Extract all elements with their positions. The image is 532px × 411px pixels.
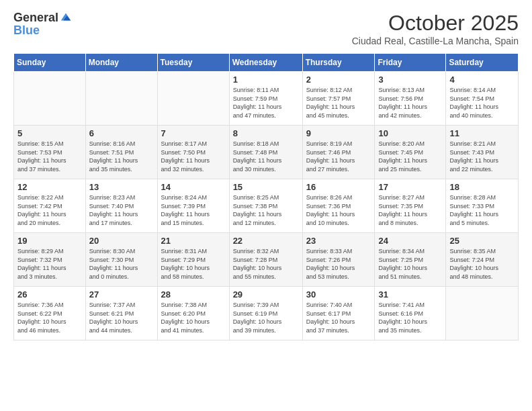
calendar-cell: 3Sunrise: 8:13 AM Sunset: 7:56 PM Daylig… xyxy=(375,72,446,126)
day-number: 31 xyxy=(378,289,442,300)
day-number: 21 xyxy=(161,236,226,246)
day-number: 30 xyxy=(306,289,371,300)
day-number: 24 xyxy=(378,236,442,246)
calendar-cell: 16Sunrise: 8:26 AM Sunset: 7:36 PM Dayli… xyxy=(302,179,375,233)
day-info: Sunrise: 8:29 AM Sunset: 7:32 PM Dayligh… xyxy=(17,247,82,281)
col-wednesday: Wednesday xyxy=(229,54,302,72)
day-number: 26 xyxy=(17,289,82,300)
calendar-cell: 20Sunrise: 8:30 AM Sunset: 7:30 PM Dayli… xyxy=(85,233,157,287)
day-number: 15 xyxy=(233,182,299,192)
header: General Blue October 2025 Ciudad Real, C… xyxy=(13,11,519,46)
day-info: Sunrise: 8:11 AM Sunset: 7:59 PM Dayligh… xyxy=(233,86,299,120)
day-info: Sunrise: 8:15 AM Sunset: 7:53 PM Dayligh… xyxy=(17,140,82,173)
calendar-week-row: 26Sunrise: 7:36 AM Sunset: 6:22 PM Dayli… xyxy=(14,287,519,340)
day-number: 7 xyxy=(161,128,226,138)
day-number: 23 xyxy=(306,236,371,246)
calendar-cell: 14Sunrise: 8:24 AM Sunset: 7:39 PM Dayli… xyxy=(157,179,229,233)
logo-blue-text: Blue xyxy=(13,24,40,36)
calendar-cell xyxy=(157,72,229,126)
day-info: Sunrise: 8:24 AM Sunset: 7:39 PM Dayligh… xyxy=(161,193,226,227)
logo-icon xyxy=(60,11,72,23)
day-number: 3 xyxy=(378,75,442,85)
col-tuesday: Tuesday xyxy=(157,54,229,72)
calendar-cell: 26Sunrise: 7:36 AM Sunset: 6:22 PM Dayli… xyxy=(14,287,86,340)
calendar-cell xyxy=(85,72,157,126)
month-title: October 2025 xyxy=(352,11,519,36)
title-block: October 2025 Ciudad Real, Castille-La Ma… xyxy=(352,11,519,46)
calendar-cell: 17Sunrise: 8:27 AM Sunset: 7:35 PM Dayli… xyxy=(375,179,446,233)
logo-general-text: General xyxy=(13,11,58,24)
day-info: Sunrise: 8:12 AM Sunset: 7:57 PM Dayligh… xyxy=(306,86,371,120)
day-info: Sunrise: 8:35 AM Sunset: 7:24 PM Dayligh… xyxy=(449,247,515,281)
calendar-week-row: 1Sunrise: 8:11 AM Sunset: 7:59 PM Daylig… xyxy=(14,72,519,126)
day-number: 19 xyxy=(17,236,82,246)
calendar-cell xyxy=(446,287,519,340)
calendar-header-row: Sunday Monday Tuesday Wednesday Thursday… xyxy=(14,54,519,72)
calendar: Sunday Monday Tuesday Wednesday Thursday… xyxy=(13,53,519,340)
calendar-cell: 28Sunrise: 7:38 AM Sunset: 6:20 PM Dayli… xyxy=(157,287,229,340)
day-number: 28 xyxy=(161,289,226,300)
day-info: Sunrise: 8:33 AM Sunset: 7:26 PM Dayligh… xyxy=(306,247,371,281)
day-number: 9 xyxy=(306,128,371,138)
calendar-cell: 11Sunrise: 8:21 AM Sunset: 7:43 PM Dayli… xyxy=(446,126,519,179)
day-number: 25 xyxy=(449,236,515,246)
day-number: 14 xyxy=(161,182,226,192)
day-info: Sunrise: 8:17 AM Sunset: 7:50 PM Dayligh… xyxy=(161,140,226,173)
day-info: Sunrise: 8:13 AM Sunset: 7:56 PM Dayligh… xyxy=(378,86,442,120)
col-friday: Friday xyxy=(375,54,446,72)
day-info: Sunrise: 8:34 AM Sunset: 7:25 PM Dayligh… xyxy=(378,247,442,281)
day-number: 11 xyxy=(449,128,515,138)
calendar-cell: 22Sunrise: 8:32 AM Sunset: 7:28 PM Dayli… xyxy=(229,233,302,287)
day-info: Sunrise: 8:27 AM Sunset: 7:35 PM Dayligh… xyxy=(378,193,442,227)
calendar-week-row: 19Sunrise: 8:29 AM Sunset: 7:32 PM Dayli… xyxy=(14,233,519,287)
day-info: Sunrise: 8:22 AM Sunset: 7:42 PM Dayligh… xyxy=(17,193,82,227)
calendar-week-row: 5Sunrise: 8:15 AM Sunset: 7:53 PM Daylig… xyxy=(14,126,519,179)
day-info: Sunrise: 8:16 AM Sunset: 7:51 PM Dayligh… xyxy=(89,140,154,173)
calendar-cell: 29Sunrise: 7:39 AM Sunset: 6:19 PM Dayli… xyxy=(229,287,302,340)
day-info: Sunrise: 8:26 AM Sunset: 7:36 PM Dayligh… xyxy=(306,193,371,227)
calendar-cell: 23Sunrise: 8:33 AM Sunset: 7:26 PM Dayli… xyxy=(302,233,375,287)
day-number: 4 xyxy=(449,75,515,85)
day-info: Sunrise: 8:30 AM Sunset: 7:30 PM Dayligh… xyxy=(89,247,154,281)
calendar-cell: 18Sunrise: 8:28 AM Sunset: 7:33 PM Dayli… xyxy=(446,179,519,233)
day-number: 29 xyxy=(233,289,299,300)
day-info: Sunrise: 7:37 AM Sunset: 6:21 PM Dayligh… xyxy=(89,301,154,334)
day-number: 20 xyxy=(89,236,154,246)
day-number: 10 xyxy=(378,128,442,138)
day-info: Sunrise: 8:19 AM Sunset: 7:46 PM Dayligh… xyxy=(306,140,371,173)
calendar-cell: 24Sunrise: 8:34 AM Sunset: 7:25 PM Dayli… xyxy=(375,233,446,287)
col-sunday: Sunday xyxy=(14,54,86,72)
calendar-cell: 12Sunrise: 8:22 AM Sunset: 7:42 PM Dayli… xyxy=(14,179,86,233)
day-info: Sunrise: 8:18 AM Sunset: 7:48 PM Dayligh… xyxy=(233,140,299,173)
calendar-cell: 25Sunrise: 8:35 AM Sunset: 7:24 PM Dayli… xyxy=(446,233,519,287)
day-info: Sunrise: 8:21 AM Sunset: 7:43 PM Dayligh… xyxy=(449,140,515,173)
day-info: Sunrise: 8:25 AM Sunset: 7:38 PM Dayligh… xyxy=(233,193,299,227)
calendar-cell xyxy=(14,72,86,126)
day-number: 8 xyxy=(233,128,299,138)
day-info: Sunrise: 7:38 AM Sunset: 6:20 PM Dayligh… xyxy=(161,301,226,334)
calendar-cell: 9Sunrise: 8:19 AM Sunset: 7:46 PM Daylig… xyxy=(302,126,375,179)
calendar-cell: 19Sunrise: 8:29 AM Sunset: 7:32 PM Dayli… xyxy=(14,233,86,287)
calendar-cell: 30Sunrise: 7:40 AM Sunset: 6:17 PM Dayli… xyxy=(302,287,375,340)
calendar-cell: 1Sunrise: 8:11 AM Sunset: 7:59 PM Daylig… xyxy=(229,72,302,126)
day-number: 12 xyxy=(17,182,82,192)
location: Ciudad Real, Castille-La Mancha, Spain xyxy=(352,36,519,46)
day-number: 27 xyxy=(89,289,154,300)
day-number: 13 xyxy=(89,182,154,192)
calendar-cell: 21Sunrise: 8:31 AM Sunset: 7:29 PM Dayli… xyxy=(157,233,229,287)
calendar-week-row: 12Sunrise: 8:22 AM Sunset: 7:42 PM Dayli… xyxy=(14,179,519,233)
day-number: 16 xyxy=(306,182,371,192)
day-number: 22 xyxy=(233,236,299,246)
calendar-cell: 2Sunrise: 8:12 AM Sunset: 7:57 PM Daylig… xyxy=(302,72,375,126)
day-info: Sunrise: 7:39 AM Sunset: 6:19 PM Dayligh… xyxy=(233,301,299,334)
day-info: Sunrise: 7:40 AM Sunset: 6:17 PM Dayligh… xyxy=(306,301,371,334)
day-info: Sunrise: 8:28 AM Sunset: 7:33 PM Dayligh… xyxy=(449,193,515,227)
calendar-cell: 10Sunrise: 8:20 AM Sunset: 7:45 PM Dayli… xyxy=(375,126,446,179)
calendar-cell: 5Sunrise: 8:15 AM Sunset: 7:53 PM Daylig… xyxy=(14,126,86,179)
calendar-cell: 13Sunrise: 8:23 AM Sunset: 7:40 PM Dayli… xyxy=(85,179,157,233)
day-info: Sunrise: 8:14 AM Sunset: 7:54 PM Dayligh… xyxy=(449,86,515,120)
day-number: 6 xyxy=(89,128,154,138)
day-info: Sunrise: 8:20 AM Sunset: 7:45 PM Dayligh… xyxy=(378,140,442,173)
calendar-cell: 6Sunrise: 8:16 AM Sunset: 7:51 PM Daylig… xyxy=(85,126,157,179)
day-info: Sunrise: 8:23 AM Sunset: 7:40 PM Dayligh… xyxy=(89,193,154,227)
